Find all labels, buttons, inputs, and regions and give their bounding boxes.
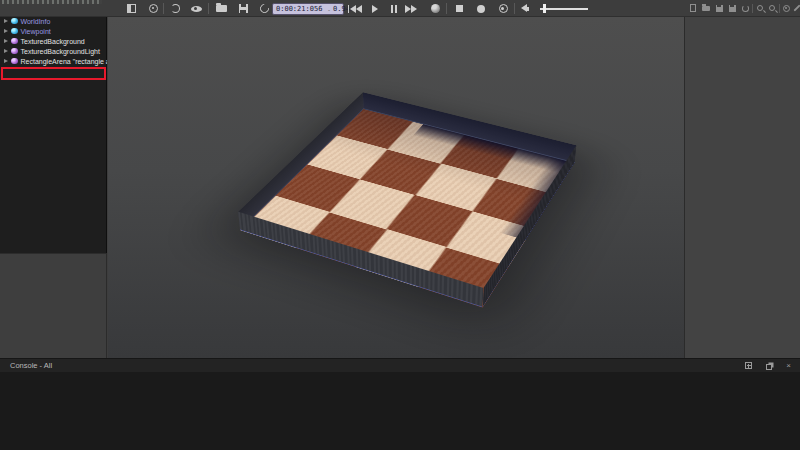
volume-slider[interactable] [540, 7, 588, 11]
save-as-icon [729, 5, 736, 12]
expand-arrow-icon[interactable] [4, 39, 8, 43]
webots-window: 0:00:21:056 - 0.94x [0, 0, 800, 450]
editor-open-button[interactable] [701, 3, 711, 13]
text-editor-pane [684, 17, 800, 358]
tree-item-texturedbackground[interactable]: TexturedBackground [0, 36, 107, 46]
node-sphere-icon [11, 58, 18, 65]
pencil-icon [793, 4, 800, 11]
speaker-icon [521, 4, 531, 13]
toolbar-separator [446, 3, 447, 14]
tree-item-viewpoint[interactable]: Viewpoint [0, 26, 107, 36]
new-console-icon [745, 362, 752, 369]
run-mode-button[interactable] [428, 2, 442, 15]
reload-icon [258, 2, 271, 15]
editor-new-file-button[interactable] [688, 3, 698, 13]
save-file-icon [716, 5, 723, 12]
rewind-icon [348, 5, 349, 13]
tree-item-label: RectangleArena "rectangle arena" [21, 58, 108, 65]
eye-icon [191, 6, 202, 12]
hide-scene-tree-button[interactable] [124, 2, 138, 15]
camera-icon [499, 4, 508, 13]
toolbar-separator [752, 4, 753, 13]
field-editor-pane [0, 253, 107, 358]
add-node-button[interactable] [146, 2, 160, 15]
virtual-time-value: 0:00:21:056 [276, 5, 322, 13]
expand-arrow-icon[interactable] [4, 19, 8, 23]
scene-3d [108, 17, 684, 358]
toolbar-separator [514, 3, 515, 14]
editor-preferences-button[interactable] [781, 3, 791, 13]
viewport-3d[interactable] [108, 17, 684, 358]
node-sphere-icon [11, 18, 18, 25]
console-new-button[interactable] [744, 361, 753, 370]
toolbar-separator [208, 3, 209, 14]
expand-arrow-icon[interactable] [4, 59, 8, 63]
zoom-out-icon [769, 5, 775, 11]
open-world-button[interactable] [214, 2, 228, 15]
time-display[interactable]: 0:00:21:056 - 0.94x [272, 3, 344, 15]
restore-viewpoint-button[interactable] [168, 2, 182, 15]
tree-item-worldinfo[interactable]: WorldInfo [0, 16, 107, 26]
editor-save-as-button[interactable] [727, 3, 737, 13]
zoom-in-icon [757, 5, 763, 11]
stop-button[interactable] [452, 2, 466, 15]
save-icon [239, 4, 248, 13]
stop-icon [456, 5, 463, 12]
toggle-rendering-button[interactable] [189, 2, 203, 15]
tree-item-label: TexturedBackgroundLight [21, 48, 100, 55]
time-speed-separator: - [327, 6, 331, 13]
tree-item-label: Viewpoint [21, 28, 51, 35]
main-toolbar: 0:00:21:056 - 0.94x [0, 0, 800, 17]
panel-toggle-icon [127, 4, 136, 13]
toolbar-separator [163, 3, 164, 14]
rectangle-arena-object[interactable] [240, 109, 574, 308]
tree-item-texturedbackgroundlight[interactable]: TexturedBackgroundLight [0, 46, 107, 56]
pause-button[interactable] [387, 2, 401, 15]
node-sphere-icon [11, 48, 18, 55]
console-output[interactable] [0, 372, 800, 450]
node-sphere-icon [11, 28, 18, 35]
step-play-button[interactable] [368, 2, 382, 15]
run-sphere-icon [431, 4, 440, 13]
editor-revert-button[interactable] [740, 3, 750, 13]
restore-viewpoint-icon [171, 4, 180, 13]
screenshot-button[interactable] [496, 2, 510, 15]
record-icon [477, 5, 485, 13]
rewind-button[interactable] [348, 2, 362, 15]
fast-forward-button[interactable] [404, 2, 418, 15]
close-icon: × [786, 361, 791, 370]
console-close-button[interactable]: × [784, 361, 793, 370]
add-node-icon [149, 4, 158, 13]
volume-track [540, 8, 588, 10]
reload-world-button[interactable] [257, 2, 271, 15]
mute-button[interactable] [519, 2, 533, 15]
pause-icon [391, 5, 393, 13]
expand-arrow-icon[interactable] [4, 49, 8, 53]
scene-tree-panel: WorldInfo Viewpoint TexturedBackground T… [0, 14, 107, 253]
revert-icon [742, 5, 749, 12]
editor-zoom-in-button[interactable] [755, 3, 765, 13]
volume-handle[interactable] [543, 4, 546, 13]
highlight-annotation [1, 67, 106, 80]
editor-zoom-out-button[interactable] [767, 3, 777, 13]
node-sphere-icon [11, 38, 18, 45]
console-float-button[interactable] [764, 361, 773, 370]
console-header[interactable]: Console - All [0, 358, 800, 372]
tree-item-label: TexturedBackground [21, 38, 85, 45]
play-icon [372, 5, 378, 13]
console-title: Console - All [10, 361, 52, 370]
editor-save-button[interactable] [714, 3, 724, 13]
expand-arrow-icon[interactable] [4, 29, 8, 33]
tree-item-label: WorldInfo [21, 18, 51, 25]
open-folder-icon [216, 5, 227, 12]
float-window-icon [766, 364, 772, 370]
toolbar-separator [779, 4, 780, 13]
record-movie-button[interactable] [474, 2, 488, 15]
new-file-icon [690, 4, 696, 12]
gear-icon [783, 5, 790, 12]
save-world-button[interactable] [236, 2, 250, 15]
tree-item-rectanglearena[interactable]: RectangleArena "rectangle arena" [0, 56, 107, 66]
open-file-icon [702, 6, 710, 11]
editor-pin-button[interactable] [792, 3, 800, 13]
clipped-window-title [2, 0, 102, 4]
